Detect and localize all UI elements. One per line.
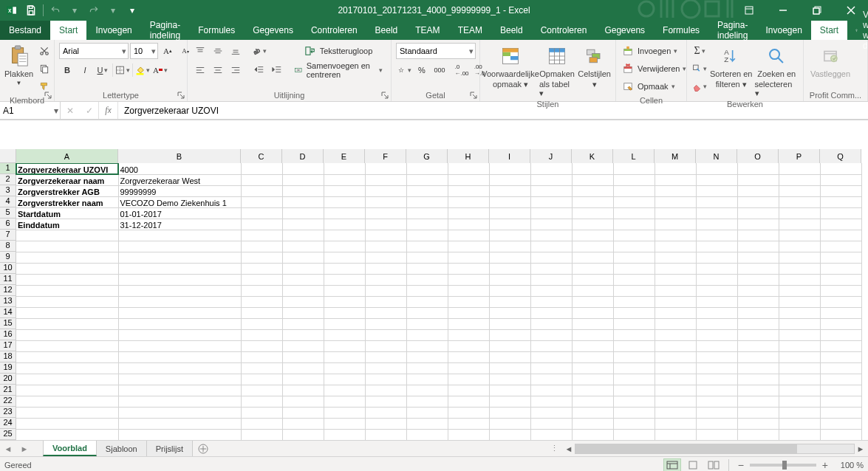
- cell-J20[interactable]: [530, 374, 572, 385]
- column-header-P[interactable]: P: [779, 149, 820, 163]
- ribbon-tab-start[interactable]: Start: [811, 21, 847, 40]
- format-cells-button[interactable]: Opmaak: [621, 78, 677, 94]
- cell-O24[interactable]: [737, 418, 779, 429]
- cell-J16[interactable]: [530, 329, 572, 340]
- cell-B20[interactable]: [118, 374, 241, 385]
- column-header-B[interactable]: B: [118, 149, 241, 163]
- cell-N9[interactable]: [696, 252, 737, 263]
- cell-G23[interactable]: [406, 407, 448, 418]
- cell-B1[interactable]: 4000: [118, 163, 241, 174]
- cell-C12[interactable]: [241, 285, 282, 296]
- cell-P15[interactable]: [779, 318, 820, 329]
- cell-E22[interactable]: [324, 396, 365, 407]
- cell-O11[interactable]: [737, 274, 779, 285]
- cell-I11[interactable]: [489, 274, 530, 285]
- undo-button[interactable]: [47, 1, 64, 19]
- cell-F16[interactable]: [365, 329, 406, 340]
- column-header-A[interactable]: A: [16, 149, 118, 163]
- cell-C6[interactable]: [241, 219, 282, 230]
- ribbon-tab-invoegen[interactable]: Invoegen: [756, 21, 810, 40]
- cell-H12[interactable]: [448, 285, 489, 296]
- cell-I23[interactable]: [489, 407, 530, 418]
- row-header-17[interactable]: 17: [0, 340, 16, 351]
- cell-F8[interactable]: [365, 241, 406, 252]
- cell-N3[interactable]: [696, 185, 737, 196]
- cell-P14[interactable]: [779, 307, 820, 318]
- cell-B9[interactable]: [118, 252, 241, 263]
- column-header-G[interactable]: G: [406, 149, 448, 163]
- cell-L8[interactable]: [613, 241, 655, 252]
- zoom-in-button[interactable]: +: [819, 459, 831, 471]
- cell-F10[interactable]: [365, 263, 406, 274]
- cell-E24[interactable]: [324, 418, 365, 429]
- column-header-Q[interactable]: Q: [820, 149, 861, 163]
- formula-bar-content[interactable]: Zorgverzekeraar UZOVI: [118, 106, 219, 116]
- cell-P19[interactable]: [779, 362, 820, 374]
- column-header-N[interactable]: N: [696, 149, 737, 163]
- cell-Q8[interactable]: [820, 241, 861, 252]
- cell-O15[interactable]: [737, 318, 779, 329]
- cell-P22[interactable]: [779, 396, 820, 407]
- cell-B19[interactable]: [118, 362, 241, 374]
- cell-J24[interactable]: [530, 418, 572, 429]
- tell-me[interactable]: Vertel wat u wilt doen: [847, 21, 868, 40]
- cell-I10[interactable]: [489, 263, 530, 274]
- cell-O14[interactable]: [737, 307, 779, 318]
- cell-G19[interactable]: [406, 362, 448, 374]
- cell-F4[interactable]: [365, 196, 406, 207]
- cell-H21[interactable]: [448, 385, 489, 396]
- cell-F6[interactable]: [365, 219, 406, 230]
- borders-button[interactable]: [115, 62, 131, 78]
- copy-button[interactable]: [36, 61, 52, 77]
- cell-K21[interactable]: [572, 385, 613, 396]
- cell-H1[interactable]: [448, 163, 489, 174]
- row-header-15[interactable]: 15: [0, 318, 16, 329]
- cell-A20[interactable]: [16, 374, 118, 385]
- cell-I5[interactable]: [489, 207, 530, 219]
- cell-K25[interactable]: [572, 429, 613, 440]
- cell-J21[interactable]: [530, 385, 572, 396]
- cell-Q13[interactable]: [820, 296, 861, 307]
- cell-B4[interactable]: VECOZO Demo Ziekenhuis 1: [118, 196, 241, 207]
- cell-L23[interactable]: [613, 407, 655, 418]
- scroll-left-button[interactable]: ◄: [563, 443, 575, 455]
- align-left-button[interactable]: [192, 62, 208, 78]
- cell-B12[interactable]: [118, 285, 241, 296]
- cell-P6[interactable]: [779, 219, 820, 230]
- insert-cells-button[interactable]: Invoegen: [621, 43, 680, 59]
- cell-F19[interactable]: [365, 362, 406, 374]
- cell-M16[interactable]: [655, 329, 696, 340]
- cell-G15[interactable]: [406, 318, 448, 329]
- cell-M23[interactable]: [655, 407, 696, 418]
- cell-M18[interactable]: [655, 351, 696, 362]
- cell-B24[interactable]: [118, 418, 241, 429]
- cell-A1[interactable]: Zorgverzekeraar UZOVI: [16, 163, 118, 174]
- cell-J18[interactable]: [530, 351, 572, 362]
- row-header-20[interactable]: 20: [0, 374, 16, 385]
- cell-C11[interactable]: [241, 274, 282, 285]
- cell-Q22[interactable]: [820, 396, 861, 407]
- cell-H18[interactable]: [448, 351, 489, 362]
- cell-H5[interactable]: [448, 207, 489, 219]
- fill-color-button[interactable]: [134, 62, 151, 78]
- cell-K18[interactable]: [572, 351, 613, 362]
- sheet-tab-sjabloon[interactable]: Sjabloon: [97, 441, 147, 456]
- cell-D14[interactable]: [282, 307, 324, 318]
- cell-I20[interactable]: [489, 374, 530, 385]
- cell-F5[interactable]: [365, 207, 406, 219]
- cell-P7[interactable]: [779, 230, 820, 241]
- cell-L14[interactable]: [613, 307, 655, 318]
- cell-I3[interactable]: [489, 185, 530, 196]
- cell-N24[interactable]: [696, 418, 737, 429]
- cell-P20[interactable]: [779, 374, 820, 385]
- cell-J17[interactable]: [530, 340, 572, 351]
- autosum-button[interactable]: Σ: [691, 43, 708, 59]
- column-header-C[interactable]: C: [241, 149, 282, 163]
- cell-I8[interactable]: [489, 241, 530, 252]
- cell-N6[interactable]: [696, 219, 737, 230]
- cell-B3[interactable]: 99999999: [118, 185, 241, 196]
- cell-L10[interactable]: [613, 263, 655, 274]
- cell-M15[interactable]: [655, 318, 696, 329]
- cell-M14[interactable]: [655, 307, 696, 318]
- row-header-23[interactable]: 23: [0, 407, 16, 418]
